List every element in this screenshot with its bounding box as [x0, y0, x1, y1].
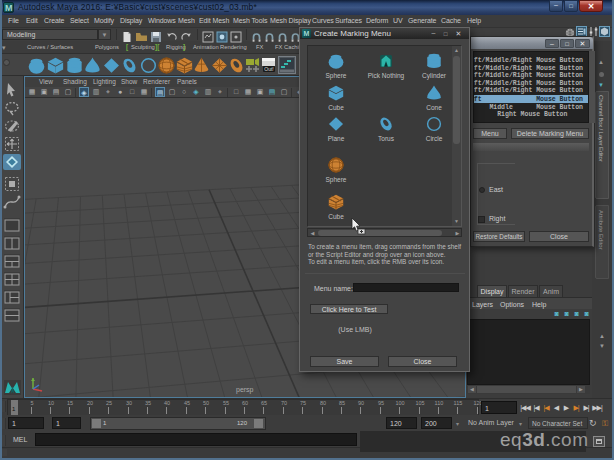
svg-text:Out!: Out!	[264, 66, 273, 72]
